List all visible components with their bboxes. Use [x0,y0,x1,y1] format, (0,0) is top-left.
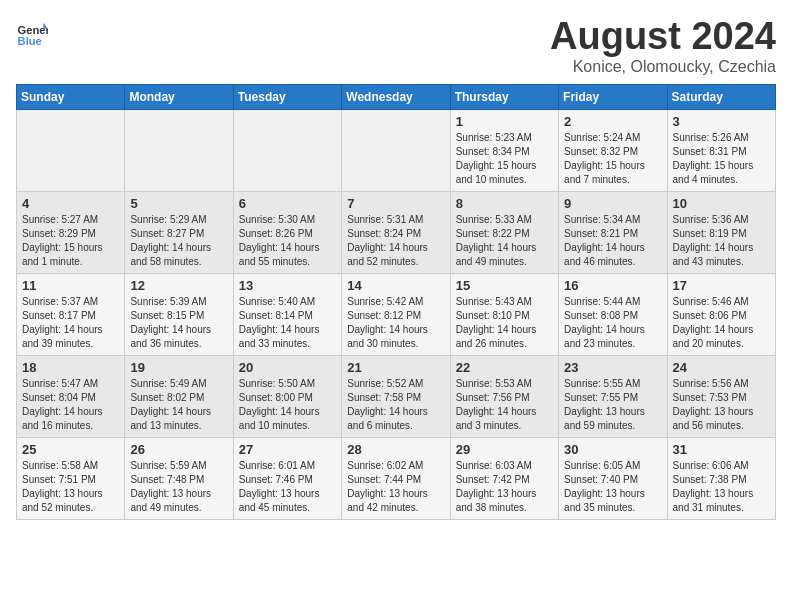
day-number: 16 [564,278,661,293]
calendar-table: SundayMondayTuesdayWednesdayThursdayFrid… [16,84,776,520]
day-info: Sunrise: 5:27 AM Sunset: 8:29 PM Dayligh… [22,213,119,269]
day-number: 3 [673,114,770,129]
day-info: Sunrise: 5:39 AM Sunset: 8:15 PM Dayligh… [130,295,227,351]
day-cell: 17Sunrise: 5:46 AM Sunset: 8:06 PM Dayli… [667,273,775,355]
day-number: 23 [564,360,661,375]
week-row-4: 18Sunrise: 5:47 AM Sunset: 8:04 PM Dayli… [17,355,776,437]
weekday-header-sunday: Sunday [17,84,125,109]
day-info: Sunrise: 5:34 AM Sunset: 8:21 PM Dayligh… [564,213,661,269]
day-number: 12 [130,278,227,293]
day-cell: 12Sunrise: 5:39 AM Sunset: 8:15 PM Dayli… [125,273,233,355]
day-number: 2 [564,114,661,129]
day-info: Sunrise: 5:37 AM Sunset: 8:17 PM Dayligh… [22,295,119,351]
day-info: Sunrise: 5:52 AM Sunset: 7:58 PM Dayligh… [347,377,444,433]
day-number: 8 [456,196,553,211]
day-info: Sunrise: 5:53 AM Sunset: 7:56 PM Dayligh… [456,377,553,433]
week-row-3: 11Sunrise: 5:37 AM Sunset: 8:17 PM Dayli… [17,273,776,355]
weekday-header-thursday: Thursday [450,84,558,109]
weekday-header-row: SundayMondayTuesdayWednesdayThursdayFrid… [17,84,776,109]
weekday-header-wednesday: Wednesday [342,84,450,109]
day-cell: 26Sunrise: 5:59 AM Sunset: 7:48 PM Dayli… [125,437,233,519]
day-cell: 5Sunrise: 5:29 AM Sunset: 8:27 PM Daylig… [125,191,233,273]
day-info: Sunrise: 5:31 AM Sunset: 8:24 PM Dayligh… [347,213,444,269]
day-cell: 22Sunrise: 5:53 AM Sunset: 7:56 PM Dayli… [450,355,558,437]
day-info: Sunrise: 6:02 AM Sunset: 7:44 PM Dayligh… [347,459,444,515]
header: General Blue August 2024 Konice, Olomouc… [16,16,776,76]
day-info: Sunrise: 6:06 AM Sunset: 7:38 PM Dayligh… [673,459,770,515]
day-info: Sunrise: 5:58 AM Sunset: 7:51 PM Dayligh… [22,459,119,515]
day-cell: 18Sunrise: 5:47 AM Sunset: 8:04 PM Dayli… [17,355,125,437]
day-info: Sunrise: 5:47 AM Sunset: 8:04 PM Dayligh… [22,377,119,433]
logo: General Blue [16,16,48,48]
day-cell [17,109,125,191]
day-info: Sunrise: 5:26 AM Sunset: 8:31 PM Dayligh… [673,131,770,187]
day-number: 30 [564,442,661,457]
day-number: 5 [130,196,227,211]
day-info: Sunrise: 5:44 AM Sunset: 8:08 PM Dayligh… [564,295,661,351]
day-number: 22 [456,360,553,375]
day-cell: 2Sunrise: 5:24 AM Sunset: 8:32 PM Daylig… [559,109,667,191]
week-row-5: 25Sunrise: 5:58 AM Sunset: 7:51 PM Dayli… [17,437,776,519]
day-cell: 19Sunrise: 5:49 AM Sunset: 8:02 PM Dayli… [125,355,233,437]
day-number: 25 [22,442,119,457]
day-cell: 25Sunrise: 5:58 AM Sunset: 7:51 PM Dayli… [17,437,125,519]
day-number: 28 [347,442,444,457]
day-number: 13 [239,278,336,293]
day-number: 14 [347,278,444,293]
day-number: 24 [673,360,770,375]
day-cell: 31Sunrise: 6:06 AM Sunset: 7:38 PM Dayli… [667,437,775,519]
day-info: Sunrise: 5:50 AM Sunset: 8:00 PM Dayligh… [239,377,336,433]
day-info: Sunrise: 5:23 AM Sunset: 8:34 PM Dayligh… [456,131,553,187]
day-number: 29 [456,442,553,457]
day-cell: 16Sunrise: 5:44 AM Sunset: 8:08 PM Dayli… [559,273,667,355]
week-row-1: 1Sunrise: 5:23 AM Sunset: 8:34 PM Daylig… [17,109,776,191]
day-number: 7 [347,196,444,211]
day-cell: 23Sunrise: 5:55 AM Sunset: 7:55 PM Dayli… [559,355,667,437]
day-info: Sunrise: 5:40 AM Sunset: 8:14 PM Dayligh… [239,295,336,351]
weekday-header-tuesday: Tuesday [233,84,341,109]
day-info: Sunrise: 5:43 AM Sunset: 8:10 PM Dayligh… [456,295,553,351]
day-number: 6 [239,196,336,211]
day-number: 27 [239,442,336,457]
day-number: 11 [22,278,119,293]
day-number: 17 [673,278,770,293]
title-area: August 2024 Konice, Olomoucky, Czechia [550,16,776,76]
day-cell [125,109,233,191]
day-cell: 9Sunrise: 5:34 AM Sunset: 8:21 PM Daylig… [559,191,667,273]
day-info: Sunrise: 5:29 AM Sunset: 8:27 PM Dayligh… [130,213,227,269]
day-number: 20 [239,360,336,375]
day-info: Sunrise: 5:59 AM Sunset: 7:48 PM Dayligh… [130,459,227,515]
day-cell: 6Sunrise: 5:30 AM Sunset: 8:26 PM Daylig… [233,191,341,273]
day-cell: 10Sunrise: 5:36 AM Sunset: 8:19 PM Dayli… [667,191,775,273]
day-info: Sunrise: 5:36 AM Sunset: 8:19 PM Dayligh… [673,213,770,269]
svg-text:Blue: Blue [18,35,42,47]
day-number: 18 [22,360,119,375]
day-cell: 1Sunrise: 5:23 AM Sunset: 8:34 PM Daylig… [450,109,558,191]
day-info: Sunrise: 5:46 AM Sunset: 8:06 PM Dayligh… [673,295,770,351]
day-info: Sunrise: 5:56 AM Sunset: 7:53 PM Dayligh… [673,377,770,433]
calendar-title: August 2024 [550,16,776,58]
day-number: 21 [347,360,444,375]
day-cell: 8Sunrise: 5:33 AM Sunset: 8:22 PM Daylig… [450,191,558,273]
day-cell: 11Sunrise: 5:37 AM Sunset: 8:17 PM Dayli… [17,273,125,355]
day-number: 4 [22,196,119,211]
day-info: Sunrise: 5:55 AM Sunset: 7:55 PM Dayligh… [564,377,661,433]
day-cell: 29Sunrise: 6:03 AM Sunset: 7:42 PM Dayli… [450,437,558,519]
day-number: 1 [456,114,553,129]
day-cell: 30Sunrise: 6:05 AM Sunset: 7:40 PM Dayli… [559,437,667,519]
day-number: 15 [456,278,553,293]
day-info: Sunrise: 5:42 AM Sunset: 8:12 PM Dayligh… [347,295,444,351]
day-cell [233,109,341,191]
logo-icon: General Blue [16,16,48,48]
weekday-header-monday: Monday [125,84,233,109]
day-cell: 7Sunrise: 5:31 AM Sunset: 8:24 PM Daylig… [342,191,450,273]
day-number: 9 [564,196,661,211]
day-info: Sunrise: 6:05 AM Sunset: 7:40 PM Dayligh… [564,459,661,515]
day-info: Sunrise: 6:03 AM Sunset: 7:42 PM Dayligh… [456,459,553,515]
day-cell: 27Sunrise: 6:01 AM Sunset: 7:46 PM Dayli… [233,437,341,519]
day-cell: 28Sunrise: 6:02 AM Sunset: 7:44 PM Dayli… [342,437,450,519]
calendar-subtitle: Konice, Olomoucky, Czechia [550,58,776,76]
day-cell [342,109,450,191]
weekday-header-saturday: Saturday [667,84,775,109]
day-info: Sunrise: 6:01 AM Sunset: 7:46 PM Dayligh… [239,459,336,515]
